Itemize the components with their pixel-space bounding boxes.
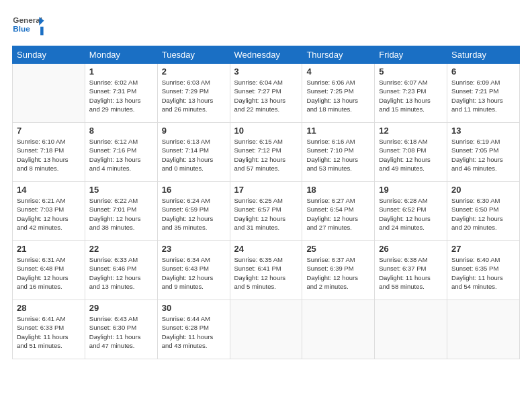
calendar-page: General Blue SundayMondayTuesdayWednesda… [0, 0, 532, 411]
day-number: 3 [234, 66, 298, 77]
weekday-saturday: Saturday [447, 46, 520, 64]
day-info: Sunrise: 6:40 AM Sunset: 6:35 PM Dayligh… [451, 255, 515, 291]
calendar-cell: 18Sunrise: 6:27 AM Sunset: 6:54 PM Dayli… [302, 182, 375, 241]
day-info: Sunrise: 6:24 AM Sunset: 6:59 PM Dayligh… [162, 196, 226, 232]
calendar-cell: 10Sunrise: 6:15 AM Sunset: 7:12 PM Dayli… [230, 123, 302, 182]
day-number: 9 [162, 126, 226, 136]
weekday-monday: Monday [85, 46, 157, 64]
day-info: Sunrise: 6:21 AM Sunset: 7:03 PM Dayligh… [17, 196, 81, 232]
svg-text:Blue: Blue [13, 24, 30, 33]
day-info: Sunrise: 6:31 AM Sunset: 6:48 PM Dayligh… [17, 255, 81, 291]
day-number: 2 [162, 66, 226, 77]
day-info: Sunrise: 6:33 AM Sunset: 6:46 PM Dayligh… [89, 255, 153, 291]
calendar-cell: 8Sunrise: 6:12 AM Sunset: 7:16 PM Daylig… [85, 123, 157, 182]
day-info: Sunrise: 6:09 AM Sunset: 7:21 PM Dayligh… [451, 78, 515, 113]
day-number: 25 [306, 244, 370, 254]
day-info: Sunrise: 6:13 AM Sunset: 7:14 PM Dayligh… [162, 137, 226, 173]
calendar-cell: 20Sunrise: 6:30 AM Sunset: 6:50 PM Dayli… [447, 182, 520, 241]
day-info: Sunrise: 6:12 AM Sunset: 7:16 PM Dayligh… [89, 137, 153, 173]
day-info: Sunrise: 6:35 AM Sunset: 6:41 PM Dayligh… [234, 255, 298, 291]
day-info: Sunrise: 6:30 AM Sunset: 6:50 PM Dayligh… [451, 196, 515, 232]
day-number: 16 [162, 185, 226, 195]
day-info: Sunrise: 6:43 AM Sunset: 6:30 PM Dayligh… [89, 314, 153, 350]
weekday-sunday: Sunday [13, 46, 85, 64]
calendar-cell: 16Sunrise: 6:24 AM Sunset: 6:59 PM Dayli… [157, 182, 230, 241]
day-number: 23 [162, 244, 226, 254]
calendar-cell: 26Sunrise: 6:38 AM Sunset: 6:37 PM Dayli… [375, 241, 447, 300]
week-row-1: 1Sunrise: 6:02 AM Sunset: 7:31 PM Daylig… [13, 64, 520, 123]
day-number: 29 [89, 303, 153, 313]
weekday-wednesday: Wednesday [230, 46, 302, 64]
day-number: 12 [379, 126, 443, 136]
calendar-cell [375, 300, 447, 359]
svg-text:General: General [13, 15, 42, 24]
day-number: 19 [379, 185, 443, 195]
calendar-cell: 15Sunrise: 6:22 AM Sunset: 7:01 PM Dayli… [85, 182, 157, 241]
calendar-cell: 9Sunrise: 6:13 AM Sunset: 7:14 PM Daylig… [157, 123, 230, 182]
day-info: Sunrise: 6:19 AM Sunset: 7:05 PM Dayligh… [451, 137, 515, 173]
calendar-cell: 4Sunrise: 6:06 AM Sunset: 7:25 PM Daylig… [302, 64, 375, 123]
logo: General Blue [12, 12, 44, 38]
calendar-cell: 24Sunrise: 6:35 AM Sunset: 6:41 PM Dayli… [230, 241, 302, 300]
svg-rect-3 [40, 27, 44, 36]
day-info: Sunrise: 6:37 AM Sunset: 6:39 PM Dayligh… [306, 255, 370, 291]
day-number: 27 [451, 244, 515, 254]
logo-icon: General Blue [12, 12, 44, 38]
weekday-friday: Friday [375, 46, 447, 64]
day-number: 28 [17, 303, 81, 313]
day-number: 22 [89, 244, 153, 254]
calendar-cell: 19Sunrise: 6:28 AM Sunset: 6:52 PM Dayli… [375, 182, 447, 241]
day-info: Sunrise: 6:03 AM Sunset: 7:29 PM Dayligh… [162, 78, 226, 113]
calendar-cell: 29Sunrise: 6:43 AM Sunset: 6:30 PM Dayli… [85, 300, 157, 359]
day-number: 10 [234, 126, 298, 136]
day-number: 30 [162, 303, 226, 313]
day-info: Sunrise: 6:02 AM Sunset: 7:31 PM Dayligh… [89, 78, 153, 113]
day-number: 18 [306, 185, 370, 195]
day-number: 24 [234, 244, 298, 254]
calendar-cell: 2Sunrise: 6:03 AM Sunset: 7:29 PM Daylig… [157, 64, 230, 123]
calendar-cell: 1Sunrise: 6:02 AM Sunset: 7:31 PM Daylig… [85, 64, 157, 123]
calendar-cell: 21Sunrise: 6:31 AM Sunset: 6:48 PM Dayli… [13, 241, 85, 300]
day-info: Sunrise: 6:06 AM Sunset: 7:25 PM Dayligh… [306, 78, 370, 113]
day-number: 11 [306, 126, 370, 136]
calendar-cell: 7Sunrise: 6:10 AM Sunset: 7:18 PM Daylig… [13, 123, 85, 182]
week-row-5: 28Sunrise: 6:41 AM Sunset: 6:33 PM Dayli… [13, 300, 520, 359]
day-info: Sunrise: 6:25 AM Sunset: 6:57 PM Dayligh… [234, 196, 298, 232]
day-info: Sunrise: 6:22 AM Sunset: 7:01 PM Dayligh… [89, 196, 153, 232]
calendar-cell [13, 64, 85, 123]
day-info: Sunrise: 6:15 AM Sunset: 7:12 PM Dayligh… [234, 137, 298, 173]
calendar-cell: 23Sunrise: 6:34 AM Sunset: 6:43 PM Dayli… [157, 241, 230, 300]
day-number: 20 [451, 185, 515, 195]
calendar-cell: 5Sunrise: 6:07 AM Sunset: 7:23 PM Daylig… [375, 64, 447, 123]
day-number: 8 [89, 126, 153, 136]
day-number: 4 [306, 66, 370, 77]
calendar-cell: 25Sunrise: 6:37 AM Sunset: 6:39 PM Dayli… [302, 241, 375, 300]
week-row-3: 14Sunrise: 6:21 AM Sunset: 7:03 PM Dayli… [13, 182, 520, 241]
calendar-cell: 17Sunrise: 6:25 AM Sunset: 6:57 PM Dayli… [230, 182, 302, 241]
weekday-tuesday: Tuesday [157, 46, 230, 64]
day-number: 21 [17, 244, 81, 254]
day-info: Sunrise: 6:41 AM Sunset: 6:33 PM Dayligh… [17, 314, 81, 350]
calendar-cell: 14Sunrise: 6:21 AM Sunset: 7:03 PM Dayli… [13, 182, 85, 241]
day-info: Sunrise: 6:34 AM Sunset: 6:43 PM Dayligh… [162, 255, 226, 291]
calendar-cell: 11Sunrise: 6:16 AM Sunset: 7:10 PM Dayli… [302, 123, 375, 182]
calendar-cell: 30Sunrise: 6:44 AM Sunset: 6:28 PM Dayli… [157, 300, 230, 359]
header: General Blue [12, 12, 520, 38]
day-number: 13 [451, 126, 515, 136]
day-info: Sunrise: 6:10 AM Sunset: 7:18 PM Dayligh… [17, 137, 81, 173]
calendar-table: SundayMondayTuesdayWednesdayThursdayFrid… [12, 46, 520, 359]
day-number: 5 [379, 66, 443, 77]
day-info: Sunrise: 6:44 AM Sunset: 6:28 PM Dayligh… [162, 314, 226, 350]
calendar-cell [447, 300, 520, 359]
day-number: 6 [451, 66, 515, 77]
day-number: 15 [89, 185, 153, 195]
calendar-cell: 13Sunrise: 6:19 AM Sunset: 7:05 PM Dayli… [447, 123, 520, 182]
day-number: 1 [89, 66, 153, 77]
week-row-4: 21Sunrise: 6:31 AM Sunset: 6:48 PM Dayli… [13, 241, 520, 300]
day-number: 26 [379, 244, 443, 254]
calendar-cell [302, 300, 375, 359]
day-info: Sunrise: 6:27 AM Sunset: 6:54 PM Dayligh… [306, 196, 370, 232]
day-info: Sunrise: 6:16 AM Sunset: 7:10 PM Dayligh… [306, 137, 370, 173]
calendar-cell: 6Sunrise: 6:09 AM Sunset: 7:21 PM Daylig… [447, 64, 520, 123]
calendar-cell: 3Sunrise: 6:04 AM Sunset: 7:27 PM Daylig… [230, 64, 302, 123]
